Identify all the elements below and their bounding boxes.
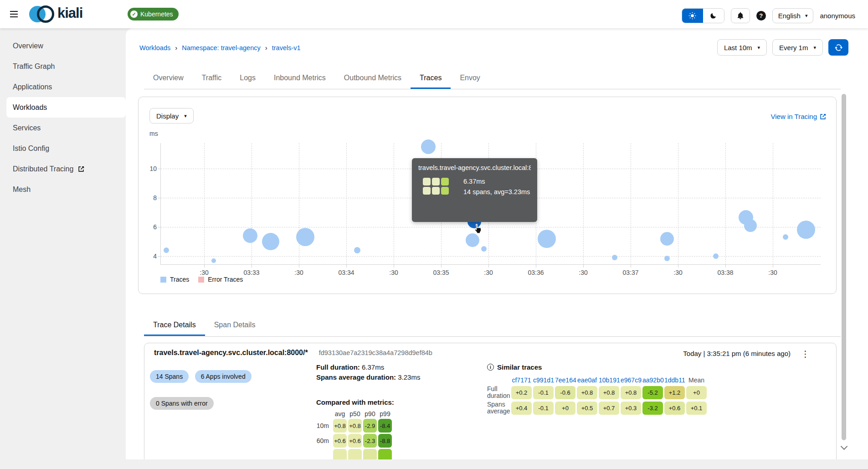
x-tick-mark: [204, 265, 205, 268]
tooltip-duration: 6.37ms: [463, 178, 530, 185]
workload-tabs: Overview Traffic Logs Inbound Metrics Ou…: [144, 68, 489, 88]
trace-bubble[interactable]: [713, 253, 719, 259]
x-gridline: [252, 143, 252, 265]
x-gridline: [678, 143, 678, 265]
tab-label: Inbound Metrics: [274, 74, 326, 82]
similar-trace-link[interactable]: eae0af: [577, 376, 597, 384]
sidebar-item-workloads[interactable]: Workloads: [6, 97, 126, 118]
x-tick-label: :30: [579, 269, 587, 276]
vertical-scrollbar[interactable]: [842, 94, 846, 440]
view-in-tracing-link[interactable]: View in Tracing: [771, 113, 826, 120]
breadcrumb-workloads[interactable]: Workloads: [139, 44, 170, 52]
tab-outbound-metrics[interactable]: Outbound Metrics: [335, 68, 411, 88]
similar-trace-link[interactable]: c991d1: [533, 376, 554, 384]
tab-traces[interactable]: Traces: [411, 68, 451, 88]
help-icon[interactable]: ?: [756, 11, 766, 21]
trace-bubble[interactable]: [354, 247, 360, 253]
tab-label: Overview: [153, 74, 184, 82]
refresh-interval-dropdown[interactable]: Every 1m ▾: [772, 39, 823, 56]
trace-bubble[interactable]: [296, 228, 314, 246]
refresh-button[interactable]: [828, 39, 848, 56]
trace-bubble[interactable]: [612, 255, 617, 260]
sidebar-item-label: Applications: [13, 77, 52, 97]
kebab-menu-icon[interactable]: ⋮: [797, 348, 813, 360]
similar-trace-link[interactable]: aa92b0: [642, 376, 663, 384]
sidebar-item-label: Traffic Graph: [13, 56, 55, 77]
x-tick-label: :30: [673, 269, 682, 276]
breadcrumb: Workloads › Namespace: travel-agency › t…: [139, 44, 301, 52]
light-theme-button[interactable]: [682, 9, 703, 23]
trace-bubble[interactable]: [783, 234, 788, 240]
trace-bubble[interactable]: [744, 219, 757, 232]
x-tick-label: 03:36: [528, 269, 544, 276]
similar-trace-link[interactable]: 7ee164: [555, 376, 575, 384]
tab-overview[interactable]: Overview: [144, 68, 193, 88]
mean-column-header: Mean: [686, 376, 707, 384]
trace-bubble[interactable]: [660, 232, 674, 246]
metric-row-label: 60m: [316, 437, 332, 444]
trace-bubble[interactable]: [243, 228, 257, 243]
heat-cell: +0.8: [348, 419, 362, 433]
trace-bubble[interactable]: [466, 233, 479, 247]
content-panel: Workloads › Namespace: travel-agency › t…: [126, 28, 868, 459]
heat-cell: +0.6: [664, 402, 685, 415]
chevron-right-icon: ›: [265, 44, 267, 52]
trace-bubble[interactable]: [664, 256, 670, 261]
notifications-button[interactable]: [731, 8, 750, 23]
legend-traces[interactable]: Traces: [160, 276, 189, 283]
x-tick-label: 03:37: [622, 269, 638, 276]
trace-bubble[interactable]: [262, 233, 279, 250]
sun-icon: [688, 12, 696, 20]
tab-traffic[interactable]: Traffic: [193, 68, 231, 88]
y-tick-mark: [158, 256, 160, 257]
legend-error-traces[interactable]: Error Traces: [198, 276, 243, 283]
hamburger-menu-icon[interactable]: [10, 11, 18, 17]
duration-dropdown[interactable]: Last 10m ▾: [717, 39, 767, 56]
dark-theme-button[interactable]: [703, 9, 724, 23]
heat-cell: +0.4: [511, 402, 532, 415]
language-dropdown[interactable]: English ▾: [772, 8, 814, 23]
y-tick-label: 6: [144, 223, 157, 231]
tab-envoy[interactable]: Envoy: [451, 68, 489, 88]
similar-trace-link[interactable]: 1ddb11: [664, 376, 685, 384]
trace-tooltip: travels.travel-agency.svc.cluster.local:…: [412, 158, 537, 222]
sidebar-item-applications[interactable]: Applications: [0, 77, 126, 97]
heat-cell: +0.8: [577, 386, 597, 399]
heat-cell: +0.6: [333, 434, 347, 448]
external-link-icon: [78, 166, 84, 172]
breadcrumb-namespace[interactable]: Namespace: travel-agency: [182, 44, 260, 52]
trace-bubble[interactable]: [164, 247, 169, 253]
metric-row-label: 10m: [316, 422, 332, 429]
chevron-down-icon: ▾: [813, 45, 816, 51]
sidebar-item-services[interactable]: Services: [0, 118, 126, 138]
trace-bubble[interactable]: [481, 246, 487, 252]
tab-label: Span Details: [214, 321, 256, 329]
y-gridline: [161, 256, 821, 257]
tab-trace-details[interactable]: Trace Details: [144, 315, 205, 335]
trace-bubble[interactable]: [421, 139, 436, 154]
trace-bubble[interactable]: [797, 221, 815, 239]
sidebar-item-mesh[interactable]: Mesh: [0, 179, 126, 200]
tab-logs[interactable]: Logs: [231, 68, 265, 88]
sidebar-item-distributed-tracing[interactable]: Distributed Tracing: [0, 159, 126, 179]
breadcrumb-workload-name[interactable]: travels-v1: [272, 44, 301, 52]
chevron-down-icon: ▾: [805, 13, 808, 19]
sidebar-item-overview[interactable]: Overview: [0, 36, 126, 56]
trace-bubble[interactable]: [538, 230, 556, 248]
tab-inbound-metrics[interactable]: Inbound Metrics: [265, 68, 335, 88]
similar-trace-link[interactable]: cf7171: [511, 376, 532, 384]
display-dropdown[interactable]: Display ▾: [149, 108, 194, 124]
similar-traces-table: cf7171c991d17ee164eae0af10b191e967c9aa92…: [487, 376, 707, 415]
kiali-logo: kiali: [29, 5, 116, 24]
similar-trace-link[interactable]: e967c9: [621, 376, 641, 384]
sidebar-item-traffic-graph[interactable]: Traffic Graph: [0, 56, 126, 77]
heat-cell: -0.6: [555, 386, 575, 399]
x-gridline: [583, 143, 584, 265]
sidebar-item-istio-config[interactable]: Istio Config: [0, 138, 126, 159]
trace-bubble[interactable]: [211, 258, 216, 263]
x-tick-label: :30: [484, 269, 493, 276]
trace-id: fd93130ae7a2319c38a4a7298d9ef84b: [319, 349, 432, 356]
y-tick-mark: [158, 198, 160, 198]
similar-trace-link[interactable]: 10b191: [599, 376, 619, 384]
tab-span-details[interactable]: Span Details: [205, 315, 265, 335]
